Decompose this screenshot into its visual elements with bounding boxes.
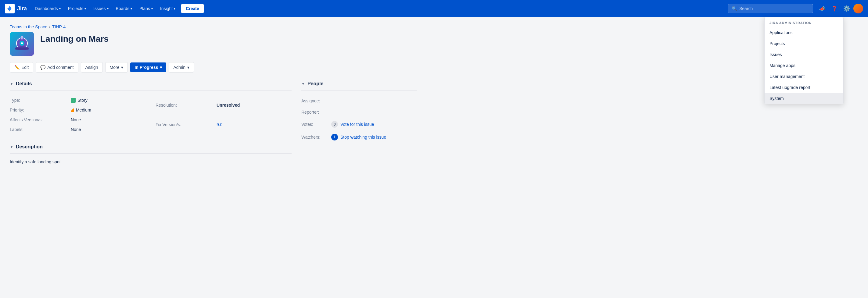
issue-header: Landing on Mars [10, 32, 417, 56]
admin-menu-system[interactable]: System [765, 93, 843, 104]
admin-menu-projects[interactable]: Projects [765, 38, 843, 49]
watchers-row: Watchers: 1 Stop watching this issue [301, 131, 417, 143]
assign-button[interactable]: Assign [81, 62, 103, 72]
boards-chevron-icon: ▾ [130, 7, 132, 10]
issues-chevron-icon: ▾ [107, 7, 108, 10]
top-navigation: Jira Dashboards ▾ Projects ▾ Issues ▾ Bo… [0, 0, 868, 17]
create-button[interactable]: Create [181, 4, 204, 13]
affects-label: Affects Version/s: [10, 115, 71, 125]
main-layout: ▼ Details Type: ↑ Story Priority: [10, 81, 417, 165]
admin-menu-header: JIRA ADMINISTRATION [765, 18, 843, 27]
votes-count: 0 [331, 121, 338, 128]
search-icon: 🔍 [732, 6, 737, 11]
nav-issues[interactable]: Issues ▾ [90, 4, 111, 13]
details-title: Details [16, 81, 32, 87]
people-collapse-icon[interactable]: ▼ [301, 82, 305, 86]
nav-insight[interactable]: Insight ▾ [157, 4, 179, 13]
admin-menu-user-management[interactable]: User management [765, 71, 843, 82]
admin-chevron-icon: ▾ [187, 65, 189, 70]
edit-icon: ✏️ [14, 65, 20, 70]
type-value: ↑ Story [71, 95, 146, 105]
jira-logo-icon [5, 4, 14, 13]
details-right-grid: Resolution: Unresolved Fix Version/s: 9.… [156, 95, 291, 134]
assignee-row: Assignee: [301, 95, 417, 107]
nav-dashboards[interactable]: Dashboards ▾ [32, 4, 64, 13]
breadcrumb: Teams in the Space / TIHP-4 [10, 24, 417, 29]
logo-text: Jira [17, 5, 27, 12]
projects-chevron-icon: ▾ [85, 7, 86, 10]
vote-link[interactable]: Vote for this issue [340, 122, 374, 127]
status-button[interactable]: In Progress ▾ [130, 63, 166, 72]
svg-point-3 [21, 42, 23, 44]
edit-button[interactable]: ✏️ Edit [10, 62, 33, 72]
status-chevron-icon: ▾ [160, 65, 162, 70]
reporter-row: Reporter: [301, 107, 417, 118]
insight-chevron-icon: ▾ [174, 7, 175, 10]
issue-project-icon [10, 32, 34, 56]
labels-value: None [71, 125, 146, 134]
details-collapse-icon[interactable]: ▼ [10, 82, 13, 86]
admin-menu-manage-apps[interactable]: Manage apps [765, 60, 843, 71]
description-section: ▼ Description Identify a safe landing sp… [10, 144, 291, 165]
settings-icon[interactable]: ⚙️ [841, 3, 852, 14]
user-avatar[interactable] [854, 4, 863, 13]
nav-icons: 📣 ❓ ⚙️ [817, 3, 863, 14]
nav-projects[interactable]: Projects ▾ [65, 4, 89, 13]
people-header: ▼ People [301, 81, 417, 91]
breadcrumb-separator: / [49, 24, 50, 29]
fix-version-label: Fix Version/s: [156, 115, 217, 134]
labels-label: Labels: [10, 125, 71, 134]
svg-point-6 [21, 36, 23, 37]
details-header: ▼ Details [10, 81, 291, 91]
priority-icon [71, 108, 74, 112]
description-header: ▼ Description [10, 144, 291, 154]
comment-icon: 💬 [40, 65, 45, 70]
more-chevron-icon: ▾ [121, 65, 123, 70]
search-placeholder: Search [739, 6, 753, 11]
affects-value: None [71, 115, 146, 125]
admin-menu-applications[interactable]: Applications [765, 27, 843, 38]
svg-rect-4 [15, 47, 29, 50]
svg-rect-5 [21, 37, 23, 40]
priority-value: Medium [71, 105, 146, 115]
votes-row: Votes: 0 Vote for this issue [301, 118, 417, 131]
people-title: People [307, 81, 323, 87]
search-box[interactable]: 🔍 Search [728, 4, 813, 13]
dashboards-chevron-icon: ▾ [59, 7, 61, 10]
description-text: Identify a safe landing spot. [10, 159, 291, 165]
type-label: Type: [10, 95, 71, 105]
description-collapse-icon[interactable]: ▼ [10, 145, 13, 149]
resolution-value: Unresolved [217, 95, 291, 115]
details-section: ▼ Details Type: ↑ Story Priority: [10, 81, 291, 134]
action-bar: ✏️ Edit 💬 Add comment Assign More ▾ In P… [10, 62, 417, 72]
story-icon: ↑ [71, 98, 75, 103]
admin-menu-upgrade-report[interactable]: Latest upgrade report [765, 82, 843, 93]
logo[interactable]: Jira [5, 4, 27, 13]
nav-plans[interactable]: Plans ▾ [136, 4, 156, 13]
breadcrumb-issue-key[interactable]: TIHP-4 [52, 24, 66, 29]
admin-dropdown-menu: JIRA ADMINISTRATION Applications Project… [764, 17, 844, 104]
admin-button[interactable]: Admin ▾ [169, 62, 194, 72]
watch-link[interactable]: Stop watching this issue [340, 135, 386, 139]
fix-version-value[interactable]: 9.0 [217, 115, 291, 134]
priority-label: Priority: [10, 105, 71, 115]
notifications-icon[interactable]: 📣 [817, 3, 828, 14]
issue-title: Landing on Mars [40, 32, 108, 44]
reporter-label: Reporter: [301, 110, 329, 114]
right-column: ▼ People Assignee: Reporter: Votes: 0 Vo… [301, 81, 417, 165]
nav-boards[interactable]: Boards ▾ [113, 4, 135, 13]
votes-label: Votes: [301, 122, 329, 127]
description-title: Description [16, 144, 43, 150]
page-content: Teams in the Space / TIHP-4 Landing on M… [0, 17, 427, 172]
resolution-label: Resolution: [156, 95, 217, 115]
issue-title-container: Landing on Mars [40, 32, 108, 44]
add-comment-button[interactable]: 💬 Add comment [36, 62, 78, 72]
breadcrumb-project[interactable]: Teams in the Space [10, 24, 47, 29]
watchers-count: 1 [331, 134, 338, 140]
help-icon[interactable]: ❓ [829, 3, 840, 14]
more-button[interactable]: More ▾ [105, 62, 128, 72]
details-left-grid: Type: ↑ Story Priority: [10, 95, 146, 134]
admin-menu-issues[interactable]: Issues [765, 49, 843, 60]
watchers-label: Watchers: [301, 135, 329, 139]
plans-chevron-icon: ▾ [151, 7, 153, 10]
